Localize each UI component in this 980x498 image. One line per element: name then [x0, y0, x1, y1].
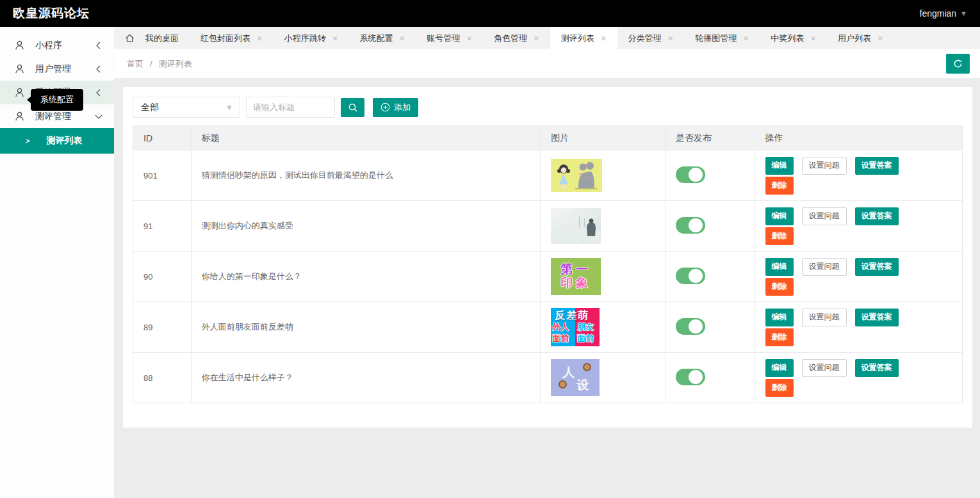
- toggle-knob: [689, 218, 703, 232]
- sidebar-tooltip: 系统配置: [31, 89, 83, 111]
- edit-button[interactable]: 编辑: [765, 258, 794, 276]
- set-answer-button[interactable]: 设置答案: [855, 258, 899, 276]
- cell-published: [665, 302, 755, 353]
- close-icon[interactable]: ×: [534, 33, 539, 43]
- tab-label: 测评列表: [561, 33, 594, 44]
- edit-button[interactable]: 编辑: [765, 157, 794, 175]
- publish-toggle[interactable]: [676, 369, 705, 385]
- user-menu[interactable]: fengmian ▼: [920, 8, 967, 19]
- table-row: 90 你给人的第一印象是什么？ 第一 印象 编辑 设置问题 设置答案: [133, 252, 963, 302]
- delete-button[interactable]: 删除: [765, 278, 794, 296]
- cell-published: [665, 201, 755, 252]
- delete-button[interactable]: 删除: [765, 328, 794, 346]
- close-icon[interactable]: ×: [332, 33, 338, 43]
- tab-carousel-management[interactable]: 轮播图管理 ×: [684, 27, 760, 49]
- publish-toggle[interactable]: [676, 318, 705, 335]
- thumbnail-text: 人: [562, 364, 575, 381]
- cell-actions: 编辑 设置问题 设置答案 删除: [755, 302, 962, 353]
- cell-title: 测测出你内心的真实感受: [191, 201, 540, 252]
- publish-toggle[interactable]: [676, 217, 705, 234]
- set-question-button[interactable]: 设置问题: [802, 157, 847, 175]
- cell-id: 90: [133, 252, 192, 302]
- tab-assessment-list[interactable]: 测评列表 ×: [550, 27, 617, 49]
- caret-down-icon: ▼: [225, 103, 233, 112]
- search-button[interactable]: [341, 98, 364, 117]
- delete-button[interactable]: 删除: [765, 227, 794, 245]
- delete-button[interactable]: 删除: [765, 177, 794, 195]
- toggle-knob: [689, 319, 703, 333]
- toggle-knob: [689, 168, 703, 182]
- close-icon[interactable]: ×: [810, 33, 816, 43]
- chevron-left-icon: [95, 42, 102, 49]
- tab-my-desktop[interactable]: 我的桌面: [114, 27, 190, 49]
- cell-id: 89: [133, 302, 192, 353]
- cell-image: 第一 印象: [541, 252, 666, 302]
- cell-title: 你给人的第一印象是什么？: [191, 252, 540, 302]
- delete-button[interactable]: 删除: [765, 379, 794, 397]
- edit-button[interactable]: 编辑: [765, 207, 794, 225]
- set-question-button[interactable]: 设置问题: [802, 258, 847, 276]
- set-question-button[interactable]: 设置问题: [802, 359, 847, 377]
- set-answer-button[interactable]: 设置答案: [855, 359, 899, 377]
- category-select[interactable]: 全部 ▼: [133, 97, 240, 118]
- add-button[interactable]: 添加: [373, 98, 418, 117]
- close-icon[interactable]: ×: [601, 33, 607, 43]
- edit-button[interactable]: 编辑: [765, 309, 794, 326]
- sidebar-subitem-assessment-list[interactable]: > 测评列表: [0, 128, 114, 154]
- tab-user-list[interactable]: 用户列表 ×: [827, 27, 894, 49]
- close-icon[interactable]: ×: [466, 33, 472, 43]
- refresh-button[interactable]: [946, 54, 970, 74]
- sidebar-item-label: 测评管理: [35, 111, 95, 122]
- table-header-row: ID 标题 图片 是否发布 操作: [133, 126, 963, 150]
- plus-circle-icon: [380, 102, 390, 112]
- close-icon[interactable]: ×: [400, 33, 405, 43]
- close-icon[interactable]: ×: [878, 33, 883, 43]
- app-title: 欧皇源码论坛: [13, 5, 90, 22]
- sidebar-item-miniprogram[interactable]: 小程序: [0, 33, 114, 57]
- tab-role-management[interactable]: 角色管理 ×: [483, 27, 550, 49]
- sidebar-item-label: 小程序: [35, 40, 95, 51]
- set-answer-button[interactable]: 设置答案: [855, 157, 899, 175]
- tab-redpacket-cover-list[interactable]: 红包封面列表 ×: [190, 27, 274, 49]
- row-thumbnail: ♥ ♥ ♥: [551, 159, 602, 192]
- refresh-icon: [952, 58, 963, 69]
- thumbnail-text: 印象: [560, 277, 591, 290]
- username: fengmian: [920, 8, 957, 19]
- chevron-left-icon: [95, 89, 102, 97]
- cell-actions: 编辑 设置问题 设置答案 删除: [755, 353, 962, 403]
- cell-image: ♥ ♥ ♥: [541, 150, 666, 201]
- close-icon[interactable]: ×: [743, 33, 749, 43]
- set-answer-button[interactable]: 设置答案: [855, 207, 899, 225]
- title-search-input[interactable]: [246, 97, 335, 118]
- tab-miniprogram-jump[interactable]: 小程序跳转 ×: [274, 27, 349, 49]
- set-question-button[interactable]: 设置问题: [802, 309, 847, 326]
- tab-bar: 我的桌面 红包封面列表 × 小程序跳转 × 系统配置 × 账号管理 × 角色管理…: [114, 27, 980, 49]
- close-icon[interactable]: ×: [668, 33, 674, 43]
- tab-label: 中奖列表: [771, 33, 804, 44]
- tab-winner-list[interactable]: 中奖列表 ×: [760, 27, 827, 49]
- thumbnail-figure: [583, 363, 591, 371]
- svg-text:♥: ♥: [579, 172, 582, 176]
- tab-label: 红包封面列表: [200, 33, 250, 44]
- tab-label: 我的桌面: [145, 33, 179, 44]
- row-thumbnail: 第一 印象: [551, 258, 601, 295]
- set-question-button[interactable]: 设置问题: [802, 207, 847, 225]
- tab-system-config[interactable]: 系统配置 ×: [349, 27, 416, 49]
- add-button-label: 添加: [394, 102, 411, 113]
- tab-label: 小程序跳转: [284, 33, 326, 44]
- thumbnail-text: 朋友面前: [577, 321, 594, 344]
- close-icon[interactable]: ×: [257, 33, 263, 43]
- sidebar-item-user-management[interactable]: 用户管理: [0, 57, 114, 81]
- publish-toggle[interactable]: [676, 166, 705, 183]
- publish-toggle[interactable]: [676, 268, 705, 284]
- row-thumbnail: 人 设: [551, 359, 600, 396]
- thumbnail-text: 第一: [560, 263, 591, 277]
- edit-button[interactable]: 编辑: [765, 359, 794, 377]
- breadcrumb-home[interactable]: 首页: [127, 58, 143, 70]
- cell-id: 901: [133, 150, 192, 201]
- row-thumbnail: [551, 208, 601, 244]
- set-answer-button[interactable]: 设置答案: [855, 309, 899, 326]
- tab-account-management[interactable]: 账号管理 ×: [416, 27, 483, 49]
- cell-actions: 编辑 设置问题 设置答案 删除: [755, 150, 962, 201]
- tab-category-management[interactable]: 分类管理 ×: [617, 27, 685, 49]
